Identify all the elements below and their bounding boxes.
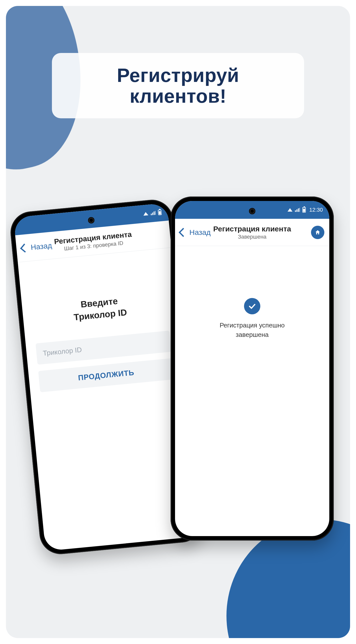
back-label: Назад: [189, 228, 211, 236]
phone2-screen: 12:30 Назад Регистрация клиента Завершен…: [175, 201, 329, 536]
success-message: Регистрация успешно завершена: [185, 321, 319, 339]
home-icon: [315, 230, 321, 235]
wifi-icon: [288, 208, 292, 212]
battery-icon: [302, 207, 306, 212]
success-line-2: завершена: [236, 331, 269, 338]
phone2-content: Регистрация успешно завершена: [175, 246, 329, 339]
chevron-left-icon: [20, 243, 29, 252]
phone2-appbar: Назад Регистрация клиента Завершена: [175, 219, 329, 246]
phone1-content: Введите Триколор ID Триколор ID ПРОДОЛЖИ…: [18, 248, 184, 393]
phone2-camera-notch: [249, 208, 255, 214]
status-time: 12:30: [309, 207, 323, 213]
wifi-icon: [143, 212, 148, 216]
phone2-status-icons: [288, 207, 306, 212]
phone-mockup-done: 12:30 Назад Регистрация клиента Завершен…: [171, 196, 334, 540]
headline-line-2: клиентов!: [130, 85, 226, 107]
success-line-1: Регистрация успешно: [219, 322, 285, 329]
promo-canvas: Регистрируй клиентов! Назад: [6, 6, 350, 638]
tricolor-id-input[interactable]: Триколор ID: [36, 331, 172, 365]
signal-icon: [295, 208, 300, 212]
signal-icon: [151, 211, 156, 215]
headline-card: Регистрируй клиентов!: [52, 53, 304, 118]
success-check-icon: [244, 298, 260, 314]
prompt-line-1: Введите: [80, 296, 118, 310]
headline: Регистрируй клиентов!: [67, 65, 289, 106]
battery-icon: [158, 210, 162, 215]
input-placeholder: Триколор ID: [42, 346, 82, 358]
home-button[interactable]: [311, 226, 324, 239]
chevron-left-icon: [179, 228, 188, 237]
headline-line-1: Регистрируй: [117, 64, 239, 86]
phone1-status-icons: [143, 210, 162, 217]
back-label: Назад: [30, 241, 52, 252]
back-button[interactable]: Назад: [180, 228, 211, 236]
phones-group: Назад Регистрация клиента Шаг 1 из 3: пр…: [20, 196, 336, 622]
back-button[interactable]: Назад: [21, 241, 52, 252]
continue-label: ПРОДОЛЖИТЬ: [78, 368, 135, 382]
continue-button[interactable]: ПРОДОЛЖИТЬ: [38, 358, 174, 392]
input-prompt: Введите Триколор ID: [32, 290, 168, 327]
